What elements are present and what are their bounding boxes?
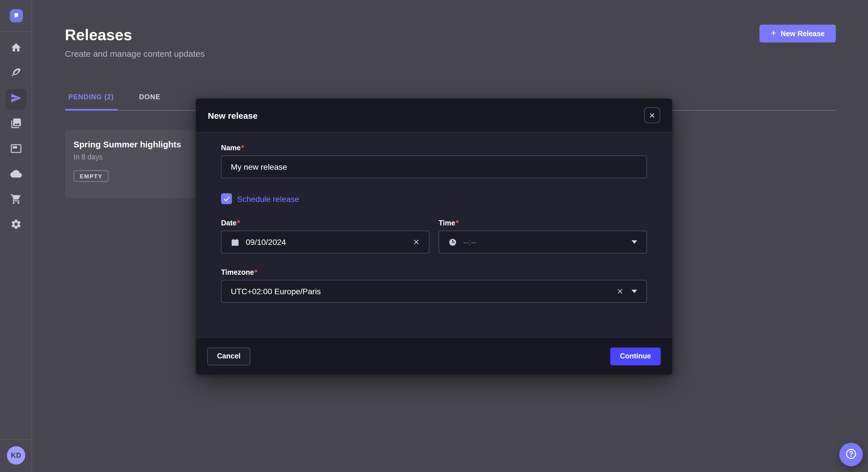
timezone-field-label: Timezone* [221,268,647,276]
sidebar: KD [0,0,32,472]
timezone-field-group: Timezone* UTC+02:00 Europe/Paris ✕ [221,268,647,303]
home-icon [10,42,22,56]
required-asterisk: * [241,144,244,152]
sidebar-item-settings[interactable] [3,213,29,238]
help-button[interactable] [839,443,863,466]
time-field-group: Time* --:-- [439,219,647,254]
user-avatar[interactable]: KD [7,446,25,465]
page-subtitle: Create and manage content updates [65,49,205,59]
sidebar-item-cloud[interactable] [3,162,29,188]
continue-button[interactable]: Continue [610,347,661,365]
modal-header: New release ✕ [196,99,672,133]
modal-title: New release [208,110,257,120]
new-release-button[interactable]: + New Release [760,25,836,42]
chevron-down-icon[interactable] [631,290,637,293]
page-title: Releases [65,26,132,44]
schedule-release-label[interactable]: Schedule release [237,194,299,203]
timezone-label-text: Timezone [221,268,254,276]
required-asterisk: * [237,219,240,227]
calendar-icon [231,238,239,246]
close-button[interactable]: ✕ [644,107,660,123]
name-field-label: Name* [221,144,647,152]
sidebar-nav [0,36,32,238]
chevron-down-icon[interactable] [631,240,637,244]
timezone-value: UTC+02:00 Europe/Paris [231,287,321,296]
sidebar-divider-bottom [0,439,32,440]
modal-body: Name* Schedule release Date* [196,133,672,337]
cloud-icon [10,168,22,182]
clock-icon [448,238,457,246]
release-status-badge: EMPTY [73,170,109,182]
sidebar-item-marketplace[interactable] [3,188,29,213]
gear-icon [10,218,22,232]
close-icon: ✕ [649,111,655,119]
app-window: KD Releases Create and manage content up… [0,0,868,472]
modal-footer: Cancel Continue [196,337,672,374]
images-icon [10,117,22,131]
app-logo-icon[interactable] [10,9,23,22]
new-release-button-label: New Release [781,30,825,38]
time-placeholder: --:-- [463,237,476,247]
cancel-button[interactable]: Cancel [207,347,250,365]
timezone-select[interactable]: UTC+02:00 Europe/Paris ✕ [221,280,647,303]
layout-icon [10,143,22,157]
date-field-label: Date* [221,219,429,227]
plus-icon: + [771,29,776,38]
active-tab-underline [65,109,118,111]
date-value: 09/10/2024 [246,237,286,247]
timezone-clear-icon[interactable]: ✕ [617,287,623,295]
feather-icon [10,67,22,81]
paper-plane-icon [10,92,22,106]
sidebar-item-media-library[interactable] [3,112,29,137]
time-field-label: Time* [439,219,647,227]
name-input[interactable] [221,156,647,178]
check-icon [223,195,230,202]
tab-done[interactable]: DONE [136,91,164,103]
new-release-modal: New release ✕ Name* Schedule release [196,99,672,374]
sidebar-divider-top [0,32,32,32]
name-label-text: Name [221,144,241,152]
sidebar-item-content[interactable] [3,61,29,87]
date-clear-icon[interactable]: ✕ [413,238,420,246]
sidebar-item-releases[interactable] [3,87,29,112]
required-asterisk: * [456,219,459,227]
schedule-release-checkbox[interactable] [221,193,232,204]
date-input[interactable]: 09/10/2024 ✕ [221,231,429,254]
sidebar-item-content-manager[interactable] [3,137,29,162]
release-tabs: PENDING (2) DONE [65,91,164,103]
date-label-text: Date [221,219,237,227]
time-label-text: Time [439,219,455,227]
date-field-group: Date* 09/10/2024 ✕ [221,219,429,254]
cart-icon [10,193,22,207]
tab-pending[interactable]: PENDING (2) [65,91,117,103]
question-mark-icon [845,448,857,461]
required-asterisk: * [255,268,257,276]
sidebar-item-home[interactable] [3,36,29,61]
time-input[interactable]: --:-- [439,231,647,254]
